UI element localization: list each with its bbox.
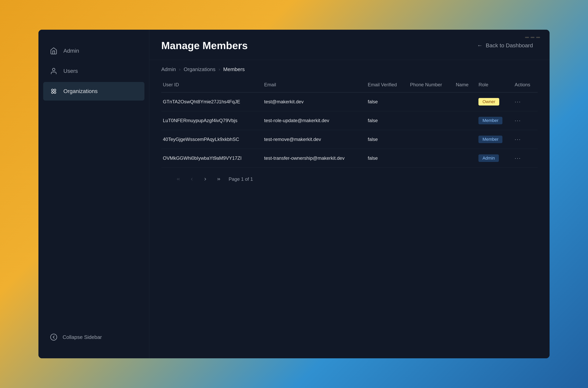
back-arrow-icon: ←	[477, 42, 483, 49]
table-row: LuT0NFERmuypupAzgf4ivQ79Vbjs test-role-u…	[161, 111, 538, 130]
sidebar: Admin Users	[38, 30, 149, 358]
col-role: Role	[475, 77, 511, 93]
cell-user-id: OVMkGGWhi0bIywbaYt9aM9VY17ZI	[161, 149, 261, 168]
page-title: Manage Members	[161, 40, 248, 51]
cell-role: Owner	[475, 93, 511, 111]
table-row: 40TeyGjgeWsscemPAqyLk9xkbhSC test-remove…	[161, 130, 538, 149]
svg-point-4	[54, 92, 56, 94]
cell-name	[453, 93, 475, 111]
svg-point-1	[51, 89, 53, 91]
cell-phone	[407, 111, 453, 130]
next-page-button[interactable]	[200, 174, 210, 184]
sidebar-bottom: Collapse Sidebar	[38, 328, 149, 346]
cell-actions: ···	[511, 149, 538, 168]
sidebar-nav: Admin Users	[38, 42, 149, 328]
cell-name	[453, 130, 475, 149]
svg-point-3	[51, 92, 53, 94]
svg-point-5	[51, 334, 57, 340]
svg-point-2	[54, 89, 56, 91]
cell-email-verified: false	[364, 111, 407, 130]
cell-email-verified: false	[364, 149, 407, 168]
window-dot	[531, 37, 535, 38]
role-badge: Member	[478, 136, 502, 143]
cell-email-verified: false	[364, 93, 407, 111]
cell-actions: ···	[511, 130, 538, 149]
first-page-button[interactable]	[173, 174, 183, 184]
actions-menu-button[interactable]: ···	[515, 155, 521, 161]
cell-phone	[407, 149, 453, 168]
table-row: GTnTA2OswQht8Ymie27J1hs4FqJE test@makerk…	[161, 93, 538, 111]
window-controls	[525, 37, 540, 38]
breadcrumb: Admin › Organizations › Members	[149, 60, 550, 77]
col-actions: Actions	[511, 77, 538, 93]
sidebar-item-label: Admin	[63, 48, 79, 54]
main-header: Manage Members ← Back to Dashboard	[149, 30, 550, 60]
actions-menu-button[interactable]: ···	[515, 136, 521, 142]
window-dot	[536, 37, 540, 38]
cell-email-verified: false	[364, 130, 407, 149]
breadcrumb-organizations[interactable]: Organizations	[184, 66, 215, 73]
collapse-sidebar-label: Collapse Sidebar	[63, 334, 102, 340]
col-name: Name	[453, 77, 475, 93]
actions-menu-button[interactable]: ···	[515, 98, 521, 105]
sidebar-item-organizations[interactable]: Organizations	[43, 82, 144, 100]
breadcrumb-separator: ›	[219, 67, 220, 72]
col-user-id: User ID	[161, 77, 261, 93]
cell-role: Member	[475, 111, 511, 130]
table-header-row: User ID Email Email Verified Phone Numbe…	[161, 77, 538, 93]
breadcrumb-separator: ›	[179, 67, 180, 72]
svg-point-0	[52, 68, 55, 71]
col-email-verified: Email Verified	[364, 77, 407, 93]
sidebar-item-users[interactable]: Users	[43, 62, 144, 80]
table-body: GTnTA2OswQht8Ymie27J1hs4FqJE test@makerk…	[161, 93, 538, 168]
cell-user-id: 40TeyGjgeWsscemPAqyLk9xkbhSC	[161, 130, 261, 149]
breadcrumb-admin[interactable]: Admin	[161, 66, 176, 73]
cell-user-id: GTnTA2OswQht8Ymie27J1hs4FqJE	[161, 93, 261, 111]
cell-user-id: LuT0NFERmuypupAzgf4ivQ79Vbjs	[161, 111, 261, 130]
pagination: Page 1 of 1	[161, 168, 538, 184]
cell-name	[453, 111, 475, 130]
role-badge: Admin	[478, 154, 499, 162]
cell-email: test-transfer-ownership@makerkit.dev	[261, 149, 364, 168]
table-row: OVMkGGWhi0bIywbaYt9aM9VY17ZI test-transf…	[161, 149, 538, 168]
prev-page-button[interactable]	[187, 174, 197, 184]
users-icon	[50, 67, 58, 75]
table-container: User ID Email Email Verified Phone Numbe…	[149, 77, 550, 358]
actions-menu-button[interactable]: ···	[515, 117, 521, 123]
col-phone: Phone Number	[407, 77, 453, 93]
app-window: Admin Users	[38, 30, 550, 358]
members-table: User ID Email Email Verified Phone Numbe…	[161, 77, 538, 168]
window-dot	[525, 37, 529, 38]
cell-actions: ···	[511, 111, 538, 130]
cell-phone	[407, 93, 453, 111]
collapse-icon	[50, 333, 58, 341]
breadcrumb-members: Members	[223, 66, 245, 73]
org-icon	[50, 87, 58, 96]
sidebar-item-label: Organizations	[63, 88, 98, 95]
cell-email: test@makerkit.dev	[261, 93, 364, 111]
cell-actions: ···	[511, 93, 538, 111]
sidebar-item-admin[interactable]: Admin	[43, 42, 144, 60]
cell-role: Member	[475, 130, 511, 149]
sidebar-item-label: Users	[63, 68, 78, 74]
role-badge: Owner	[478, 98, 499, 105]
page-info: Page 1 of 1	[229, 176, 253, 182]
cell-phone	[407, 130, 453, 149]
main-content: Manage Members ← Back to Dashboard Admin…	[149, 30, 550, 358]
back-to-dashboard-button[interactable]: ← Back to Dashboard	[472, 39, 538, 52]
home-icon	[50, 47, 58, 55]
col-email: Email	[261, 77, 364, 93]
cell-role: Admin	[475, 149, 511, 168]
role-badge: Member	[478, 117, 502, 124]
cell-name	[453, 149, 475, 168]
table-header: User ID Email Email Verified Phone Numbe…	[161, 77, 538, 93]
back-button-label: Back to Dashboard	[486, 42, 533, 49]
cell-email: test-remove@makerkit.dev	[261, 130, 364, 149]
cell-email: test-role-update@makerkit.dev	[261, 111, 364, 130]
collapse-sidebar-button[interactable]: Collapse Sidebar	[43, 328, 144, 346]
last-page-button[interactable]	[214, 174, 224, 184]
